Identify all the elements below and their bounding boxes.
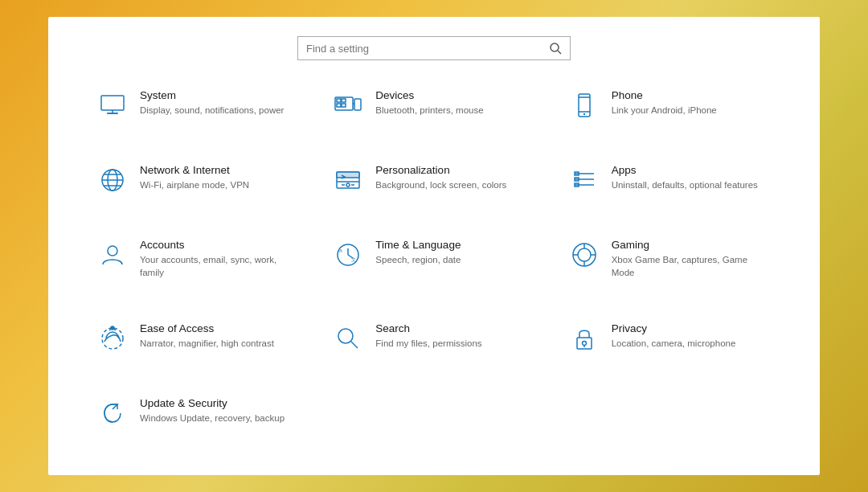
privacy-title: Privacy — [612, 322, 736, 334]
svg-rect-9 — [337, 99, 341, 102]
search-icon — [332, 322, 364, 355]
ugotfix-badge: UGOTFIX — [761, 461, 813, 473]
privacy-desc: Location, camera, microphone — [612, 337, 736, 350]
svg-point-34 — [108, 246, 117, 256]
svg-point-53 — [582, 341, 586, 345]
privacy-icon — [568, 322, 600, 355]
personalization-icon — [332, 164, 364, 196]
svg-rect-23 — [337, 172, 359, 178]
setting-item-gaming[interactable]: GamingXbox Game Bar, captures, Game Mode — [552, 226, 788, 309]
svg-point-25 — [346, 183, 350, 187]
ease-title: Ease of Access — [140, 322, 274, 334]
network-title: Network & Internet — [140, 164, 249, 176]
update-desc: Windows Update, recovery, backup — [140, 412, 285, 424]
outer-wrapper: SystemDisplay, sound, notifications, pow… — [0, 0, 868, 492]
svg-line-1 — [558, 51, 561, 54]
setting-item-phone[interactable]: PhoneLink your Android, iPhone — [552, 76, 788, 151]
phone-title: Phone — [612, 89, 717, 101]
setting-item-update[interactable]: Update & SecurityWindows Update, recover… — [80, 384, 316, 459]
phone-desc: Link your Android, iPhone — [612, 104, 717, 117]
svg-line-51 — [351, 342, 358, 348]
update-title: Update & Security — [140, 397, 285, 409]
svg-point-0 — [551, 43, 559, 51]
svg-rect-11 — [337, 104, 341, 107]
svg-rect-7 — [354, 99, 361, 110]
network-icon — [96, 164, 129, 196]
system-title: System — [140, 89, 284, 101]
setting-item-personalization[interactable]: PersonalizationBackground, lock screen, … — [316, 151, 551, 226]
settings-window: SystemDisplay, sound, notifications, pow… — [48, 17, 820, 475]
devices-icon — [332, 89, 364, 121]
search-desc: Find my files, permissions — [375, 337, 481, 350]
apps-icon — [568, 164, 600, 196]
setting-item-search[interactable]: SearchFind my files, permissions — [316, 310, 551, 384]
ease-icon — [96, 322, 129, 355]
search-container — [297, 36, 571, 60]
gaming-icon — [568, 239, 600, 271]
search-input[interactable] — [306, 43, 549, 55]
svg-rect-10 — [342, 99, 346, 102]
svg-point-41 — [578, 248, 591, 261]
svg-rect-12 — [342, 104, 346, 107]
svg-rect-2 — [101, 96, 124, 110]
setting-item-devices[interactable]: DevicesBluetooth, printers, mouse — [316, 76, 551, 151]
svg-text:A: A — [339, 248, 342, 253]
accounts-icon — [96, 239, 129, 271]
setting-item-system[interactable]: SystemDisplay, sound, notifications, pow… — [80, 76, 316, 151]
time-icon: A 文 — [332, 239, 364, 271]
personalization-desc: Background, lock screen, colors — [375, 178, 506, 191]
phone-icon — [568, 89, 600, 121]
update-icon — [96, 397, 129, 429]
setting-item-apps[interactable]: AppsUninstall, defaults, optional featur… — [552, 151, 788, 226]
svg-point-49 — [111, 326, 114, 330]
gaming-desc: Xbox Game Bar, captures, Game Mode — [612, 253, 772, 279]
ease-desc: Narrator, magnifier, high contrast — [140, 337, 274, 350]
time-title: Time & Language — [375, 239, 461, 251]
setting-item-time[interactable]: A 文 Time & LanguageSpeech, region, date — [316, 226, 551, 309]
setting-item-accounts[interactable]: AccountsYour accounts, email, sync, work… — [80, 226, 316, 309]
devices-desc: Bluetooth, printers, mouse — [375, 104, 483, 117]
personalization-title: Personalization — [375, 164, 506, 176]
gaming-title: Gaming — [612, 239, 772, 251]
devices-title: Devices — [375, 89, 483, 101]
search-icon — [549, 42, 562, 55]
apps-title: Apps — [612, 164, 758, 176]
search-title: Search — [375, 322, 481, 334]
svg-point-50 — [338, 329, 353, 343]
accounts-title: Accounts — [140, 239, 300, 251]
system-icon — [96, 89, 129, 121]
search-bar[interactable] — [297, 36, 571, 60]
apps-desc: Uninstall, defaults, optional features — [612, 178, 758, 191]
accounts-desc: Your accounts, email, sync, work, family — [140, 253, 300, 279]
setting-item-network[interactable]: Network & InternetWi-Fi, airplane mode, … — [80, 151, 316, 226]
setting-item-privacy[interactable]: PrivacyLocation, camera, microphone — [552, 310, 788, 384]
settings-grid: SystemDisplay, sound, notifications, pow… — [80, 76, 788, 459]
network-desc: Wi-Fi, airplane mode, VPN — [140, 178, 249, 191]
svg-text:文: 文 — [351, 256, 356, 262]
time-desc: Speech, region, date — [375, 253, 461, 266]
setting-item-ease[interactable]: Ease of AccessNarrator, magnifier, high … — [80, 310, 316, 384]
system-desc: Display, sound, notifications, power — [140, 104, 284, 117]
